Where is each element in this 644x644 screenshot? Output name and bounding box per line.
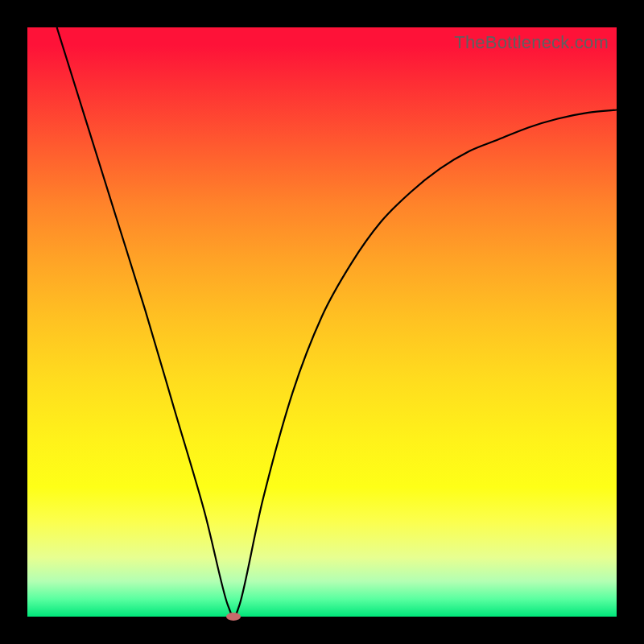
optimum-marker	[226, 613, 241, 621]
curve-svg	[27, 27, 617, 617]
chart-frame: TheBottleneck.com	[0, 0, 644, 644]
bottleneck-curve	[57, 27, 617, 617]
plot-area: TheBottleneck.com	[27, 27, 617, 617]
attribution-text: TheBottleneck.com	[454, 32, 609, 53]
